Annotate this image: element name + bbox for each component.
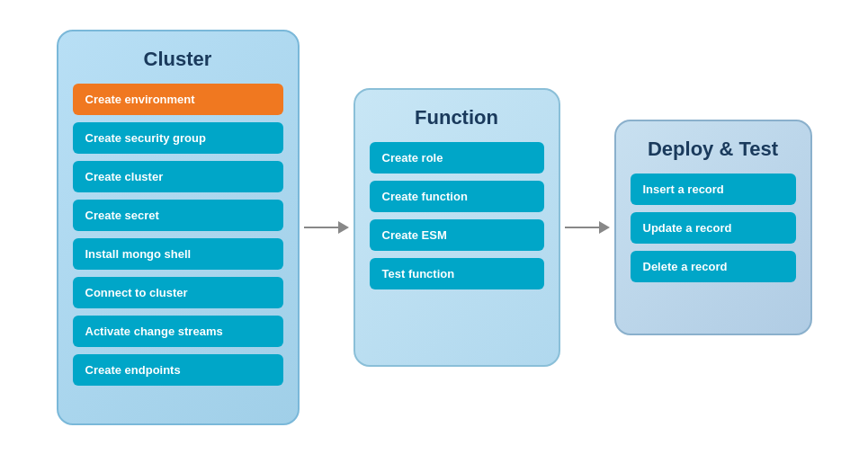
step-activate-change-streams[interactable]: Activate change streams (73, 316, 283, 347)
step-create-esm[interactable]: Create ESM (370, 219, 544, 251)
step-create-secret[interactable]: Create secret (73, 200, 283, 231)
cluster-box: Cluster Create environmentCreate securit… (57, 30, 300, 425)
deploy-title: Deploy & Test (631, 138, 796, 161)
step-update-a-record[interactable]: Update a record (631, 212, 796, 244)
step-create-function[interactable]: Create function (370, 181, 544, 212)
step-create-role[interactable]: Create role (370, 142, 544, 174)
function-steps-container: Create roleCreate functionCreate ESMTest… (370, 142, 544, 297)
step-install-mongo-shell[interactable]: Install mongo shell (73, 238, 283, 270)
step-insert-a-record[interactable]: Insert a record (631, 174, 796, 205)
step-test-function[interactable]: Test function (370, 258, 544, 289)
cluster-steps-container: Create environmentCreate security groupC… (73, 84, 283, 393)
diagram-container: Cluster Create environmentCreate securit… (39, 12, 830, 443)
arrow-shaft-2 (565, 227, 599, 228)
step-create-endpoints[interactable]: Create endpoints (73, 354, 283, 386)
arrow-head-2 (599, 221, 610, 234)
deploy-box: Deploy & Test Insert a recordUpdate a re… (614, 120, 812, 335)
step-create-cluster[interactable]: Create cluster (73, 161, 283, 192)
arrow-shaft-1 (304, 227, 338, 228)
arrow-line-1 (304, 218, 349, 236)
deploy-steps-container: Insert a recordUpdate a recordDelete a r… (631, 174, 796, 289)
function-box: Function Create roleCreate functionCreat… (353, 88, 560, 367)
arrow-1 (300, 218, 353, 236)
cluster-title: Cluster (73, 48, 283, 71)
arrow-head-1 (338, 221, 349, 234)
arrow-line-2 (565, 218, 610, 236)
function-title: Function (370, 106, 544, 129)
step-delete-a-record[interactable]: Delete a record (631, 251, 796, 282)
step-connect-to-cluster[interactable]: Connect to cluster (73, 277, 283, 308)
step-create-security-group[interactable]: Create security group (73, 122, 283, 154)
step-create-environment[interactable]: Create environment (73, 84, 283, 115)
arrow-2 (560, 218, 614, 236)
